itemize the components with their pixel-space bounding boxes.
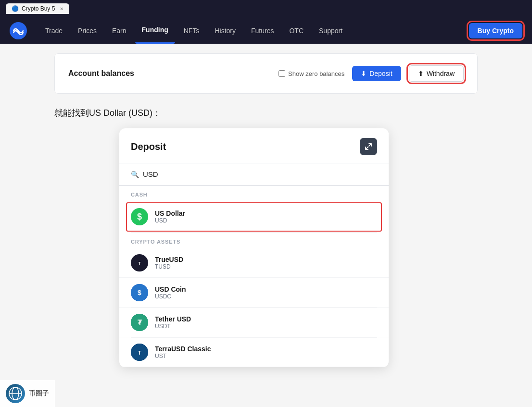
zero-balance-checkbox[interactable] (279, 70, 285, 77)
tusd-currency-code: TUSD (155, 263, 183, 270)
usdt-currency-icon: ₮ (131, 314, 148, 331)
nav-right: Buy Crypto (469, 23, 522, 38)
watermark: 币圈子 (0, 380, 55, 407)
nav-items: Trade Prices Earn Funding NFTs History F… (38, 17, 469, 44)
tusd-currency-icon: T (131, 254, 148, 271)
ust-currency-name: TerraUSD Classic (155, 345, 211, 353)
search-icon: 🔍 (131, 171, 139, 178)
tab-close-icon[interactable]: ✕ (60, 6, 63, 12)
svg-text:T: T (138, 350, 141, 356)
logo-icon (10, 22, 27, 39)
browser-tab-bar: 🔵 Crypto Buy 5 ✕ (0, 0, 532, 17)
nav-history[interactable]: History (208, 17, 242, 44)
expand-button[interactable] (360, 138, 377, 155)
usdt-currency-info: Tether USD USDT (155, 315, 191, 330)
usd-currency-icon: $ (131, 208, 148, 225)
nav-otc[interactable]: OTC (282, 17, 310, 44)
tab-icon: 🔵 (12, 5, 19, 12)
deposit-modal-title: Deposit (131, 141, 166, 152)
usdc-currency-icon: $ (131, 284, 148, 301)
main-content: Account balances Show zero balances ⬇ De… (0, 44, 532, 377)
deposit-modal: Deposit 🔍 USD CASH $ US Dollar USD (119, 128, 389, 367)
ust-currency-info: TerraUSD Classic UST (155, 345, 211, 359)
account-balances-card: Account balances Show zero balances ⬇ De… (54, 53, 478, 94)
currency-item-ust[interactable]: T TerraUSD Classic UST (119, 338, 389, 367)
navbar: Trade Prices Earn Funding NFTs History F… (0, 17, 532, 44)
currency-item-tusd[interactable]: T TrueUSD TUSD (119, 248, 389, 278)
usd-currency-code: USD (155, 217, 185, 224)
active-tab[interactable]: 🔵 Crypto Buy 5 ✕ (6, 3, 69, 14)
tusd-currency-name: TrueUSD (155, 256, 183, 263)
buy-crypto-button[interactable]: Buy Crypto (469, 23, 522, 38)
usdt-currency-name: Tether USD (155, 315, 191, 323)
deposit-button-label: Deposit (369, 70, 392, 77)
nav-earn[interactable]: Earn (105, 17, 133, 44)
svg-text:T: T (138, 261, 141, 266)
svg-text:$: $ (138, 289, 141, 296)
usdc-currency-code: USDC (155, 293, 186, 300)
watermark-logo (6, 384, 25, 403)
usd-currency-name: US Dollar (155, 210, 185, 217)
logo[interactable] (10, 22, 27, 39)
zero-balance-label[interactable]: Show zero balances (279, 70, 344, 77)
ust-currency-icon: T (131, 344, 148, 361)
svg-text:₮: ₮ (138, 319, 142, 326)
usdc-currency-info: USD Coin USDC (155, 285, 186, 300)
withdraw-button-label: Withdraw (427, 70, 455, 77)
search-input-value[interactable]: USD (143, 170, 158, 178)
cash-section-label: CASH (119, 186, 389, 201)
zero-balance-text: Show zero balances (288, 70, 344, 77)
nav-nfts[interactable]: NFTs (177, 17, 206, 44)
currency-item-usdc[interactable]: $ USD Coin USDC (119, 278, 389, 308)
usd-currency-info: US Dollar USD (155, 210, 185, 224)
currency-item-usd[interactable]: $ US Dollar USD (126, 202, 382, 232)
tusd-currency-info: TrueUSD TUSD (155, 256, 183, 270)
search-input-wrapper[interactable]: 🔍 USD (131, 170, 377, 178)
usdt-currency-code: USDT (155, 323, 191, 330)
nav-funding[interactable]: Funding (135, 17, 175, 44)
crypto-section-label: CRYPTO ASSETS (119, 233, 389, 248)
search-section: 🔍 USD (119, 163, 389, 185)
ust-currency-code: UST (155, 353, 211, 359)
instruction-text: 就能找到US Dollar (USD)： (54, 107, 478, 119)
deposit-arrow-icon: ⬇ (361, 70, 367, 77)
nav-futures[interactable]: Futures (244, 17, 280, 44)
tab-title: Crypto Buy 5 (22, 5, 55, 12)
currency-item-usdt[interactable]: ₮ Tether USD USDT (119, 308, 389, 337)
nav-prices[interactable]: Prices (71, 17, 103, 44)
account-actions: Show zero balances ⬇ Deposit ⬆ Withdraw (279, 65, 464, 82)
deposit-button[interactable]: ⬇ Deposit (352, 66, 401, 81)
withdraw-arrow-icon: ⬆ (418, 70, 424, 77)
withdraw-button[interactable]: ⬆ Withdraw (409, 65, 464, 82)
watermark-text: 币圈子 (29, 389, 49, 398)
nav-trade[interactable]: Trade (38, 17, 69, 44)
nav-support[interactable]: Support (312, 17, 349, 44)
account-balances-title: Account balances (68, 69, 134, 78)
usdc-currency-name: USD Coin (155, 285, 186, 293)
deposit-modal-header: Deposit (119, 128, 389, 163)
